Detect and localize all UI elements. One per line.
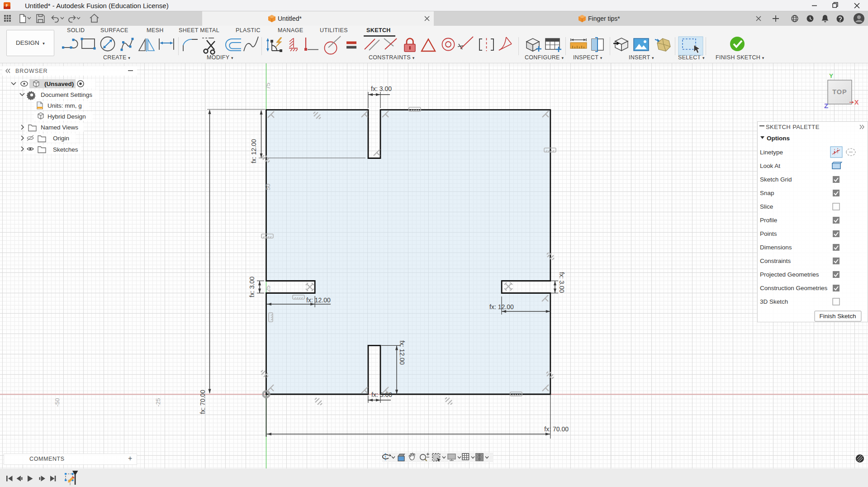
svg-text:Finish Sketch: Finish Sketch	[819, 313, 856, 320]
svg-text:Y: Y	[829, 72, 833, 79]
svg-text:TOP: TOP	[832, 88, 847, 95]
svg-text:Sketch Grid: Sketch Grid	[760, 176, 792, 183]
svg-text:X: X	[854, 99, 859, 106]
svg-text:3D Sketch: 3D Sketch	[760, 298, 788, 305]
svg-text:BROWSER: BROWSER	[15, 68, 48, 74]
svg-text:Finger tips*: Finger tips*	[588, 15, 620, 22]
svg-text:SKETCH PALETTE: SKETCH PALETTE	[766, 124, 820, 130]
svg-text:Z: Z	[824, 102, 828, 110]
svg-text:Look At: Look At	[760, 162, 780, 169]
svg-text:fx: 3.00: fx: 3.00	[248, 277, 256, 297]
svg-text:Linetype: Linetype	[760, 149, 783, 156]
svg-text:Options: Options	[767, 135, 790, 142]
svg-text:-25: -25	[155, 398, 161, 407]
svg-text:fx: 12.00: fx: 12.00	[489, 303, 514, 310]
svg-text:Sketches: Sketches	[53, 146, 78, 153]
svg-text:Untitled*: Untitled*	[278, 15, 302, 22]
svg-text:Document Settings: Document Settings	[41, 91, 92, 98]
svg-text:fx: 12.00: fx: 12.00	[306, 296, 331, 304]
svg-text:Profile: Profile	[760, 217, 777, 224]
svg-text:fx: 12.00: fx: 12.00	[250, 139, 257, 163]
svg-text:Constraints: Constraints	[760, 258, 791, 264]
svg-text:Hybrid Design: Hybrid Design	[47, 113, 86, 120]
svg-text:Origin: Origin	[53, 135, 69, 142]
svg-text:Named Views: Named Views	[41, 124, 78, 131]
svg-text:fx: 3.00: fx: 3.00	[371, 85, 392, 92]
svg-text:Units: mm, g: Units: mm, g	[47, 102, 82, 109]
svg-text:fx: 70.00: fx: 70.00	[544, 425, 569, 433]
svg-text:fx: 12.00: fx: 12.00	[398, 340, 406, 365]
svg-text:Points: Points	[760, 230, 777, 237]
svg-text:75: 75	[265, 83, 271, 89]
svg-text:25: 25	[265, 286, 271, 292]
svg-text:Projected Geometries: Projected Geometries	[760, 271, 819, 278]
svg-text:Construction Geometries: Construction Geometries	[760, 285, 828, 291]
svg-text:fx: 3.00: fx: 3.00	[558, 272, 565, 293]
svg-text:Dimensions: Dimensions	[760, 244, 792, 251]
svg-text:Snap: Snap	[760, 190, 774, 196]
svg-text:-50: -50	[54, 398, 61, 407]
svg-text:F: F	[6, 3, 9, 8]
svg-text:(Unsaved): (Unsaved)	[44, 81, 74, 87]
svg-text:fx: 3.00: fx: 3.00	[371, 391, 392, 398]
svg-text:Slice: Slice	[760, 203, 773, 210]
svg-text:50: 50	[265, 184, 271, 190]
svg-text:fx: 70.00: fx: 70.00	[199, 390, 206, 414]
